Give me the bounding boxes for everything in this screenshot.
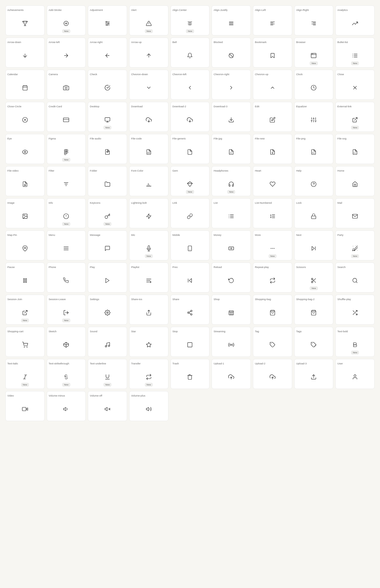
repeat-icon bbox=[270, 278, 276, 284]
icon-area bbox=[172, 110, 208, 129]
icon-label: Lock bbox=[296, 201, 302, 204]
icon-area: New bbox=[49, 206, 84, 226]
icon-card-file-code: File-code bbox=[129, 134, 168, 164]
icon-area bbox=[172, 239, 208, 258]
icon-card-shopping-bag: Shopping-bag bbox=[253, 295, 292, 325]
monitor-icon bbox=[104, 117, 110, 123]
icon-card-figma: FigmaNew bbox=[47, 134, 86, 164]
icon-area bbox=[214, 335, 249, 354]
icon-label: Text-strikethrough bbox=[49, 362, 69, 365]
headphones-icon bbox=[228, 181, 234, 187]
icon-card-align-center: Align-CenterNew bbox=[171, 5, 210, 35]
icon-label: Keyicons bbox=[90, 201, 100, 204]
file-new-icon bbox=[270, 149, 276, 155]
icon-label: File-generic bbox=[172, 137, 186, 140]
icon-label: Shopping-cart bbox=[7, 330, 23, 333]
icon-label: Chevron-down bbox=[131, 73, 148, 76]
tags-icon bbox=[311, 342, 317, 348]
trophy-icon bbox=[22, 20, 28, 26]
icon-label: Upload-3 bbox=[296, 362, 307, 365]
icon-area bbox=[7, 110, 43, 129]
chevron-left-icon bbox=[187, 85, 193, 91]
icon-label: Money bbox=[214, 233, 221, 236]
icon-label: Play bbox=[90, 266, 95, 269]
icon-card-adjustment: Adjustment bbox=[88, 5, 127, 35]
icon-label: Text-italic bbox=[7, 362, 18, 365]
svg-point-166 bbox=[354, 374, 356, 376]
icon-card-stop: Stop bbox=[171, 327, 210, 357]
align-left-icon bbox=[270, 20, 276, 26]
strikethrough-icon bbox=[63, 374, 69, 380]
icon-area: New bbox=[90, 206, 125, 226]
icon-label: Arrow-left bbox=[49, 41, 60, 44]
icon-label: Desktop bbox=[90, 105, 99, 108]
icon-label: Video bbox=[7, 394, 14, 397]
new-badge: New bbox=[186, 190, 194, 194]
icon-card-edit: Edit bbox=[253, 102, 292, 132]
icon-label: Headphones bbox=[214, 169, 228, 172]
icon-area bbox=[296, 367, 332, 386]
icon-label: Link bbox=[172, 201, 177, 204]
icon-label: Bookmark bbox=[255, 41, 267, 44]
icon-card-upload-2: Upload-2 bbox=[253, 359, 292, 389]
download-cloud-icon bbox=[146, 117, 152, 123]
icon-card-bullet-list: Bullet-listNew bbox=[335, 38, 375, 68]
icon-label: Info bbox=[49, 201, 53, 204]
icon-card-check: Check bbox=[88, 70, 127, 100]
upload-icon bbox=[311, 374, 317, 380]
icon-label: Lightning-bolt bbox=[131, 201, 147, 204]
icon-card-font-color: Font-ColorA bbox=[129, 166, 168, 196]
icon-card-volume-off: Volume-off bbox=[88, 391, 127, 421]
icon-area bbox=[131, 399, 166, 419]
icon-area bbox=[255, 14, 290, 33]
icon-card-text-bold: Text-boldNew bbox=[335, 327, 375, 357]
icon-label: Streaming bbox=[214, 330, 225, 333]
calendar-icon bbox=[22, 85, 28, 91]
pause-icon bbox=[22, 278, 28, 284]
icon-card-achievements: Achievements bbox=[5, 5, 45, 35]
icon-label: Figma bbox=[49, 137, 56, 140]
icon-card-money: Money bbox=[212, 230, 251, 260]
icon-area bbox=[7, 174, 43, 194]
icon-label: Sound bbox=[90, 330, 97, 333]
icon-area bbox=[214, 110, 249, 129]
icon-card-file-video: File-video bbox=[5, 166, 45, 196]
icon-label: Gem bbox=[172, 169, 178, 172]
icon-label: Align-Right bbox=[296, 8, 309, 11]
icon-card-info: InfoNew bbox=[47, 198, 86, 228]
icon-area bbox=[214, 46, 249, 65]
volume-x-icon bbox=[104, 406, 110, 412]
icon-card-mobile: Mobile bbox=[171, 230, 210, 260]
svg-point-112 bbox=[231, 248, 232, 249]
svg-point-152 bbox=[105, 345, 107, 347]
new-badge: New bbox=[351, 351, 359, 354]
icon-label: Download-2 bbox=[172, 105, 186, 108]
slash-icon bbox=[228, 53, 234, 59]
icon-label: Search bbox=[337, 266, 345, 269]
svg-point-85 bbox=[311, 182, 316, 187]
icon-label: Mobile bbox=[172, 233, 180, 236]
icon-card-arrow-right: Arrow-right bbox=[88, 38, 127, 68]
icon-label: Folder bbox=[90, 169, 97, 172]
icon-card-file-new: File-new bbox=[253, 134, 292, 164]
icon-label: Image bbox=[7, 201, 14, 204]
icon-card-more: MoreNew bbox=[253, 230, 292, 260]
icon-label: File-svg bbox=[337, 137, 346, 140]
icon-card-equalizer: Equalizer bbox=[294, 102, 333, 132]
icon-label: Browser bbox=[296, 41, 306, 44]
icon-area bbox=[214, 206, 249, 226]
eye-icon bbox=[22, 149, 28, 155]
new-badge: New bbox=[62, 383, 70, 386]
svg-text:SVG: SVG bbox=[354, 153, 356, 154]
icon-area bbox=[255, 174, 290, 194]
icon-card-message: Message bbox=[88, 230, 127, 260]
icon-label: Session-Leave bbox=[49, 298, 66, 301]
svg-point-137 bbox=[191, 310, 192, 312]
icon-label: Settings bbox=[90, 298, 99, 301]
svg-line-147 bbox=[353, 310, 354, 312]
chevron-right-icon bbox=[228, 85, 234, 91]
new-badge: New bbox=[145, 29, 153, 33]
svg-rect-43 bbox=[23, 86, 27, 90]
icon-card-align-left: Align-Left bbox=[253, 5, 292, 35]
figma-icon bbox=[63, 149, 69, 155]
